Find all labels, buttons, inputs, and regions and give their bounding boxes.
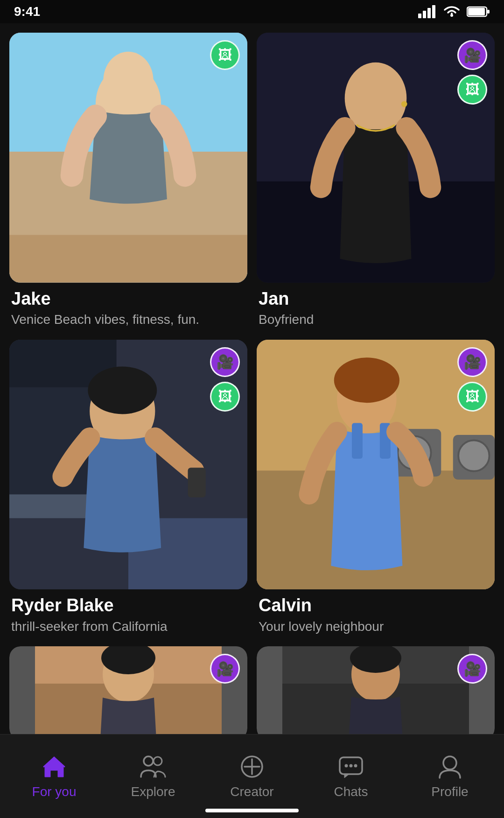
gallery-badge-ryder: 🖼 <box>210 382 240 412</box>
jake-silhouette <box>9 33 247 283</box>
video-badge-jan: 🎥 <box>457 40 487 70</box>
partial-card-1[interactable]: 🎥 <box>9 646 247 734</box>
chat-icon <box>338 754 364 780</box>
card-calvin-desc: Your lovely neighbour <box>259 618 493 635</box>
card-jan-desc: Boyfriend <box>259 311 493 328</box>
nav-item-profile[interactable]: Profile <box>422 749 478 804</box>
card-jan-badges: 🎥 🖼 <box>457 40 487 105</box>
battery-icon <box>467 5 490 18</box>
card-calvin-info: Calvin Your lovely neighbour <box>257 589 495 637</box>
svg-point-30 <box>458 440 489 471</box>
svg-point-32 <box>334 357 399 403</box>
app-container: 9:41 <box>0 0 504 818</box>
card-jan-name: Jan <box>259 289 493 309</box>
partial-cards-row: 🎥 🎥 <box>9 646 495 734</box>
scrollable-content: 🖼 Jake Venice Beach vibes, fitness, fun. <box>0 23 504 734</box>
svg-rect-24 <box>188 468 206 497</box>
home-icon <box>41 754 67 780</box>
svg-point-51 <box>354 764 357 767</box>
video-badge-calvin: 🎥 <box>457 347 487 377</box>
svg-rect-0 <box>418 14 421 18</box>
nav-item-chats[interactable]: Chats <box>323 749 379 804</box>
card-calvin[interactable]: 🎥 🖼 Calvin Your lovely neighbour <box>257 340 495 637</box>
card-calvin-name: Calvin <box>259 596 493 615</box>
svg-rect-2 <box>427 8 431 18</box>
card-jake-badges: 🖼 <box>210 40 240 70</box>
signal-icon <box>418 5 437 18</box>
profile-icon <box>437 754 463 780</box>
partial-card-2[interactable]: 🎥 <box>257 646 495 734</box>
partial-card-2-badges: 🎥 <box>457 654 487 684</box>
svg-point-49 <box>345 764 348 767</box>
svg-rect-10 <box>9 235 247 283</box>
home-indicator <box>205 809 299 812</box>
card-jan-info: Jan Boyfriend <box>257 283 495 330</box>
video-badge-partial2: 🎥 <box>457 654 487 684</box>
card-ryder[interactable]: 🎥 🖼 Ryder Blake thrill-seeker from Calif… <box>9 340 247 637</box>
card-jan[interactable]: 🎥 🖼 Jan Boyfriend <box>257 33 495 330</box>
svg-point-16 <box>401 101 407 107</box>
card-image-calvin: 🎥 🖼 <box>257 340 495 590</box>
gallery-badge-calvin: 🖼 <box>457 382 487 412</box>
svg-rect-3 <box>432 5 435 18</box>
card-jake[interactable]: 🖼 Jake Venice Beach vibes, fitness, fun. <box>9 33 247 330</box>
card-image-ryder: 🎥 🖼 <box>9 340 247 590</box>
card-image-jake: 🖼 <box>9 33 247 283</box>
card-ryder-info: Ryder Blake thrill-seeker from Californi… <box>9 589 247 637</box>
svg-point-43 <box>144 756 153 766</box>
partial-card-inner-2: 🎥 <box>257 646 495 734</box>
svg-point-52 <box>443 756 456 769</box>
bottom-nav: For you Explore Creator <box>0 734 504 818</box>
status-bar: 9:41 <box>0 0 504 23</box>
card-ryder-desc: thrill-seeker from California <box>11 618 245 635</box>
svg-point-44 <box>154 757 162 765</box>
svg-point-12 <box>103 52 153 109</box>
svg-rect-7 <box>468 8 485 15</box>
nav-label-chats: Chats <box>334 784 368 799</box>
card-jake-info: Jake Venice Beach vibes, fitness, fun. <box>9 283 247 330</box>
svg-point-4 <box>450 14 453 17</box>
status-icons <box>418 5 490 18</box>
card-ryder-badges: 🎥 🖼 <box>210 347 240 412</box>
gallery-badge-jan: 🖼 <box>457 75 487 105</box>
status-time: 9:41 <box>14 4 40 19</box>
nav-label-for-you: For you <box>32 784 77 799</box>
card-calvin-badges: 🎥 🖼 <box>457 347 487 412</box>
svg-rect-6 <box>487 10 490 14</box>
partial-card-1-badges: 🎥 <box>210 654 240 684</box>
svg-rect-1 <box>423 11 426 18</box>
nav-label-creator: Creator <box>230 784 273 799</box>
nav-label-explore: Explore <box>131 784 175 799</box>
svg-point-50 <box>350 764 353 767</box>
explore-icon <box>140 754 166 780</box>
card-image-jan: 🎥 🖼 <box>257 33 495 283</box>
nav-label-profile: Profile <box>431 784 468 799</box>
partial-card-inner-1: 🎥 <box>9 646 247 734</box>
card-ryder-name: Ryder Blake <box>11 596 245 615</box>
cards-grid: 🖼 Jake Venice Beach vibes, fitness, fun. <box>9 33 495 637</box>
video-badge-ryder: 🎥 <box>210 347 240 377</box>
nav-item-explore[interactable]: Explore <box>125 749 181 804</box>
nav-item-for-you[interactable]: For you <box>26 749 82 804</box>
nav-item-creator[interactable]: Creator <box>224 749 280 804</box>
card-jake-name: Jake <box>11 289 245 309</box>
svg-rect-33 <box>352 423 363 459</box>
video-badge-partial1: 🎥 <box>210 654 240 684</box>
wifi-icon <box>442 5 461 18</box>
card-jake-desc: Venice Beach vibes, fitness, fun. <box>11 311 245 328</box>
svg-point-23 <box>88 366 157 414</box>
creator-icon <box>239 754 265 780</box>
gallery-badge-jake: 🖼 <box>210 40 240 70</box>
